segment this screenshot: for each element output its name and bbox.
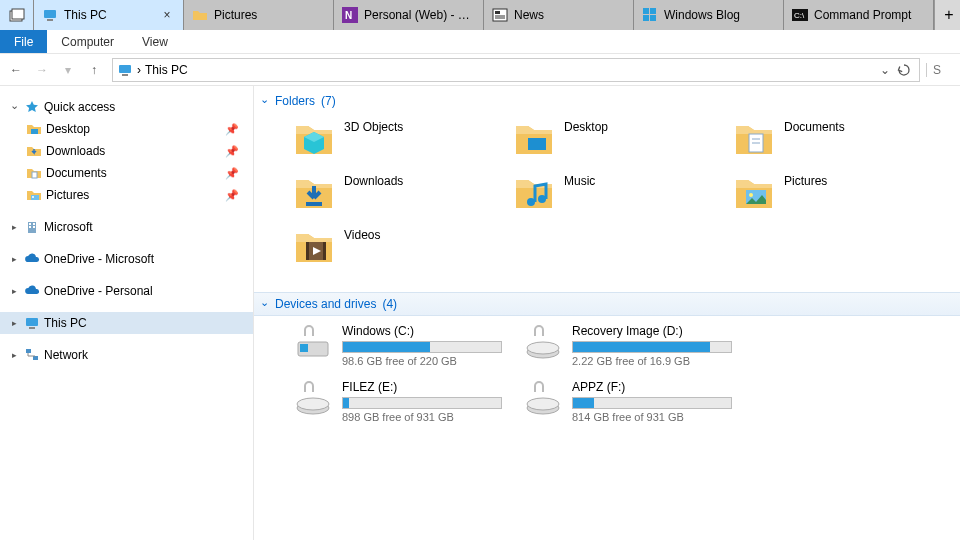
tree-documents[interactable]: Documents 📌 — [0, 162, 253, 184]
tab-app-icon[interactable] — [0, 0, 34, 30]
svg-point-21 — [32, 196, 34, 198]
up-button[interactable]: ↑ — [82, 58, 106, 82]
tree-label: OneDrive - Personal — [44, 284, 153, 298]
cmd-icon: C:\ — [792, 7, 808, 23]
search-box[interactable]: S — [926, 63, 956, 77]
network-icon — [24, 347, 40, 363]
windows-icon — [642, 7, 658, 23]
svg-rect-41 — [323, 242, 326, 260]
chevron-expanded-icon — [260, 297, 269, 311]
new-tab-button[interactable]: + — [934, 0, 960, 30]
drive-name: Recovery Image (D:) — [572, 324, 732, 338]
folder-label: Desktop — [564, 118, 608, 134]
drive-item[interactable]: FILEZ (E:)898 GB free of 931 GB — [294, 380, 524, 436]
tree-microsoft[interactable]: Microsoft — [0, 216, 253, 238]
group-header-drives[interactable]: Devices and drives (4) — [254, 292, 960, 316]
chevron-expanded-icon — [8, 101, 20, 114]
news-icon — [492, 7, 508, 23]
drive-name: APPZ (F:) — [572, 380, 732, 394]
drive-name: Windows (C:) — [342, 324, 502, 338]
svg-rect-29 — [26, 349, 31, 353]
folder-grid: 3D ObjectsDesktopDocumentsDownloadsMusic… — [254, 112, 960, 286]
svg-rect-31 — [528, 138, 546, 150]
drive-icon — [524, 380, 562, 418]
drive-item[interactable]: Recovery Image (D:)2.22 GB free of 16.9 … — [524, 324, 754, 380]
tree-network[interactable]: Network — [0, 344, 253, 366]
menubar: File Computer View — [0, 30, 960, 54]
breadcrumb-location[interactable]: This PC — [145, 63, 188, 77]
tab-this-pc[interactable]: This PC × — [34, 0, 184, 30]
tree-label: Pictures — [46, 188, 89, 202]
folder-label: Downloads — [344, 172, 403, 188]
drive-usage-bar — [342, 397, 502, 409]
folder-label: Documents — [784, 118, 845, 134]
tab-strip: This PC × Pictures N Personal (Web) - On… — [0, 0, 960, 30]
tree-onedrive-microsoft[interactable]: OneDrive - Microsoft — [0, 248, 253, 270]
svg-rect-1 — [12, 9, 24, 19]
menu-computer[interactable]: Computer — [47, 30, 128, 53]
drive-item[interactable]: Windows (C:)98.6 GB free of 220 GB — [294, 324, 524, 380]
pin-icon: 📌 — [225, 189, 239, 202]
svg-rect-30 — [33, 356, 38, 360]
forward-button[interactable]: → — [30, 58, 54, 82]
tree-label: Downloads — [46, 144, 105, 158]
tab-windows-blog[interactable]: Windows Blog — [634, 0, 784, 30]
tab-label: Pictures — [214, 8, 325, 22]
folder-item[interactable]: Downloads — [294, 172, 514, 226]
pc-icon — [24, 315, 40, 331]
svg-text:C:\: C:\ — [794, 11, 805, 20]
tab-pictures[interactable]: Pictures — [184, 0, 334, 30]
folder-icon — [294, 172, 334, 212]
svg-rect-17 — [122, 74, 128, 76]
folder-item[interactable]: Music — [514, 172, 734, 226]
folder-item[interactable]: Pictures — [734, 172, 954, 226]
drive-item[interactable]: APPZ (F:)814 GB free of 931 GB — [524, 380, 754, 436]
pictures-icon — [26, 187, 42, 203]
tab-command-prompt[interactable]: C:\ Command Prompt — [784, 0, 934, 30]
tree-pictures[interactable]: Pictures 📌 — [0, 184, 253, 206]
tree-label: OneDrive - Microsoft — [44, 252, 154, 266]
group-header-folders[interactable]: Folders (7) — [254, 90, 960, 112]
folder-item[interactable]: Documents — [734, 118, 954, 172]
close-icon[interactable]: × — [159, 8, 175, 22]
tree-label: Microsoft — [44, 220, 93, 234]
svg-point-47 — [297, 398, 329, 410]
folder-item[interactable]: 3D Objects — [294, 118, 514, 172]
svg-point-49 — [527, 398, 559, 410]
folder-label: 3D Objects — [344, 118, 403, 134]
menu-file[interactable]: File — [0, 30, 47, 53]
svg-rect-40 — [306, 242, 309, 260]
address-dropdown[interactable]: ⌄ — [877, 63, 893, 77]
back-button[interactable]: ← — [4, 58, 28, 82]
folder-icon — [294, 118, 334, 158]
tree-downloads[interactable]: Downloads 📌 — [0, 140, 253, 162]
breadcrumb[interactable]: › This PC ⌄ — [112, 58, 920, 82]
tab-label: Command Prompt — [814, 8, 925, 22]
folder-icon — [192, 7, 208, 23]
tree-onedrive-personal[interactable]: OneDrive - Personal — [0, 280, 253, 302]
tree-quick-access[interactable]: Quick access — [0, 96, 253, 118]
svg-rect-11 — [650, 8, 656, 14]
svg-rect-3 — [47, 19, 53, 21]
breadcrumb-sep: › — [137, 63, 141, 77]
drive-name: FILEZ (E:) — [342, 380, 502, 394]
svg-rect-28 — [29, 327, 35, 329]
recent-locations-button[interactable] — [56, 58, 80, 82]
tab-news[interactable]: News — [484, 0, 634, 30]
chevron-right-icon — [8, 350, 20, 360]
menu-view[interactable]: View — [128, 30, 182, 53]
pin-icon: 📌 — [225, 167, 239, 180]
folder-item[interactable]: Desktop — [514, 118, 734, 172]
plus-icon: + — [944, 6, 953, 24]
tree-this-pc[interactable]: This PC — [0, 312, 253, 334]
svg-rect-12 — [643, 15, 649, 21]
tab-onenote[interactable]: N Personal (Web) - One — [334, 0, 484, 30]
onedrive-icon — [24, 283, 40, 299]
refresh-button[interactable] — [897, 63, 915, 77]
folder-item[interactable]: Videos — [294, 226, 514, 280]
tree-desktop[interactable]: Desktop 📌 — [0, 118, 253, 140]
group-count: (4) — [382, 297, 397, 311]
navbar: ← → ↑ › This PC ⌄ S — [0, 54, 960, 86]
sidebar: Quick access Desktop 📌 Downloads 📌 Docum… — [0, 86, 254, 540]
chevron-right-icon — [8, 318, 20, 328]
